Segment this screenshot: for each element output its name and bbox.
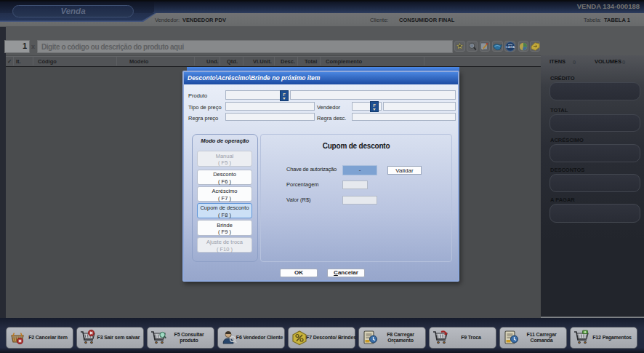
svg-text:F: F (283, 92, 286, 97)
svg-text:CAIXA: CAIXA (506, 45, 515, 49)
svg-text:F: F (373, 103, 376, 108)
